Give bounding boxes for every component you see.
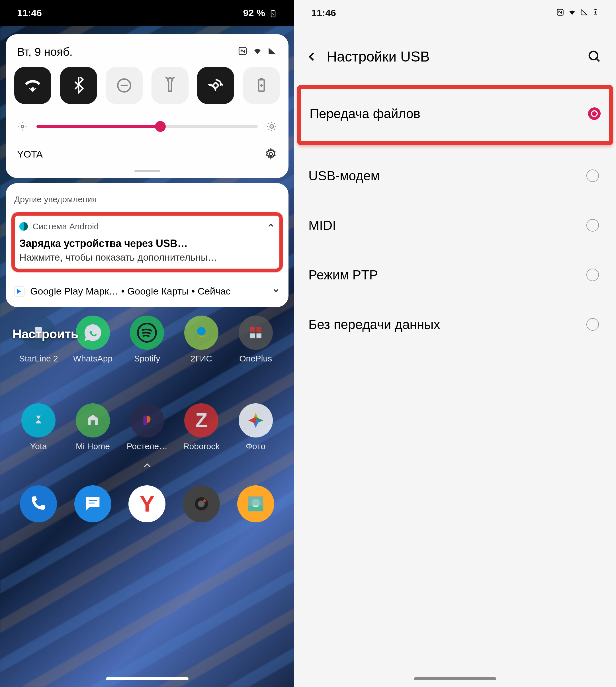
highlighted-notification[interactable]: Система Android Зарядка устройства через… [12, 212, 283, 272]
status-time-r: 11:46 [311, 7, 336, 19]
messages-app[interactable] [74, 485, 111, 523]
radio-icon [586, 269, 599, 281]
mihome-icon [76, 403, 110, 438]
app-mihome[interactable]: Mi Home [69, 403, 117, 451]
wifi-icon [252, 46, 262, 59]
app-photos[interactable]: Фото [232, 403, 280, 451]
notification-row[interactable]: Google Play Марк… • Google Карты • Сейча… [6, 278, 288, 307]
usb-option-midi[interactable]: MIDI [303, 201, 608, 250]
svg-rect-32 [248, 496, 263, 506]
flashlight-toggle[interactable] [152, 67, 189, 104]
svg-line-37 [596, 59, 599, 61]
2gis-icon [184, 316, 218, 350]
android-system-icon [19, 222, 28, 231]
battery-charging-icon [592, 7, 599, 19]
notif-title: Зарядка устройства через USB… [19, 238, 275, 252]
brightness-thumb[interactable] [155, 121, 166, 132]
svg-rect-11 [260, 78, 263, 80]
svg-point-28 [198, 501, 204, 507]
svg-rect-22 [256, 327, 261, 332]
svg-point-14 [21, 125, 24, 128]
dnd-toggle[interactable] [106, 67, 143, 104]
status-time: 11:46 [17, 7, 42, 19]
search-icon[interactable] [588, 49, 602, 64]
app-spotify[interactable]: Spotify [123, 316, 171, 363]
status-bar-right: 11:46 [294, 0, 616, 26]
usb-option-file-transfer[interactable]: Передача файлов [297, 85, 613, 145]
gesture-nav-handle[interactable] [106, 677, 189, 680]
photos-icon [239, 403, 273, 438]
settings-icon[interactable] [265, 148, 277, 160]
rostelecom-icon [130, 403, 164, 438]
svg-point-3 [31, 88, 34, 91]
spotify-icon [130, 316, 164, 350]
brightness-low-icon [17, 121, 28, 132]
chevron-up-icon[interactable] [267, 221, 275, 231]
app-yota[interactable]: Yota [14, 403, 63, 451]
qs-date: Вт, 9 нояб. [17, 46, 73, 59]
nfc-icon [556, 7, 564, 19]
phone-app[interactable] [20, 485, 57, 523]
radio-icon [586, 318, 599, 331]
wifi-toggle[interactable] [14, 67, 51, 104]
svg-rect-1 [272, 10, 274, 10]
app-roborock[interactable]: Z Roborock [177, 403, 225, 451]
signal-icon [267, 46, 277, 59]
page-title: Настройки USB [327, 48, 430, 65]
yandex-app[interactable]: Y [128, 485, 166, 523]
customize-button[interactable]: Настроить [13, 327, 79, 341]
google-play-icon [14, 286, 24, 296]
oneplus-icon [239, 316, 273, 350]
svg-point-29 [203, 499, 206, 502]
roborock-icon: Z [184, 403, 218, 438]
svg-point-17 [269, 153, 272, 156]
chevron-down-icon[interactable] [272, 286, 280, 297]
usb-option-ptp[interactable]: Режим PTP [303, 250, 608, 300]
qs-expand-handle[interactable] [134, 170, 160, 172]
home-screen: Настроить StarLine 2 WhatsApp Spotify 2Г… [0, 310, 294, 528]
notifications-panel: Другие уведомления Система Android Заряд… [6, 183, 288, 307]
svg-line-8 [173, 77, 174, 78]
camera-app[interactable] [183, 485, 220, 523]
svg-rect-35 [595, 9, 596, 10]
radio-icon [586, 170, 599, 182]
wifi-icon [568, 7, 576, 19]
notif-app-name: Система Android [32, 222, 99, 231]
gesture-nav-handle[interactable] [414, 677, 497, 680]
notif-group-header: Другие уведомления [6, 192, 288, 212]
svg-rect-24 [256, 334, 261, 339]
weather-app[interactable] [237, 485, 274, 523]
status-bar-left: 11:46 92 % [0, 0, 294, 26]
app-drawer-handle[interactable] [141, 460, 153, 474]
radio-icon [586, 219, 599, 231]
app-2gis[interactable]: 2ГИС [177, 316, 225, 363]
battery-saver-toggle[interactable] [243, 67, 280, 104]
brightness-slider[interactable] [37, 125, 258, 128]
back-button[interactable] [306, 50, 318, 63]
svg-text:A: A [271, 125, 273, 129]
notif-body: Нажмите, чтобы показать дополнительны… [19, 252, 275, 263]
app-oneplus[interactable]: OnePlus [232, 316, 280, 363]
radio-checked-icon [588, 107, 601, 120]
svg-rect-21 [250, 327, 255, 332]
signal-icon [580, 7, 588, 19]
usb-option-tethering[interactable]: USB-модем [303, 151, 608, 201]
yota-icon [21, 403, 56, 438]
svg-rect-23 [250, 334, 255, 339]
svg-point-36 [589, 51, 597, 60]
quick-settings-panel: Вт, 9 нояб. [6, 34, 288, 178]
nfc-icon [238, 46, 247, 59]
svg-line-7 [166, 77, 167, 78]
notif-summary: Google Play Марк… • Google Карты • Сейча… [30, 286, 231, 297]
option-label: Передача файлов [310, 106, 420, 121]
battery-charging-icon [269, 9, 277, 17]
brightness-auto-icon: A [266, 121, 277, 132]
option-label: Режим PTP [308, 267, 378, 283]
option-label: MIDI [308, 218, 336, 233]
carrier-label: YOTA [17, 149, 43, 160]
app-rostelecom[interactable]: Ростеле… [123, 403, 171, 451]
autorotate-toggle[interactable] [197, 67, 234, 104]
usb-option-no-data[interactable]: Без передачи данных [303, 300, 608, 349]
bluetooth-toggle[interactable] [60, 67, 97, 104]
svg-point-20 [197, 327, 206, 335]
